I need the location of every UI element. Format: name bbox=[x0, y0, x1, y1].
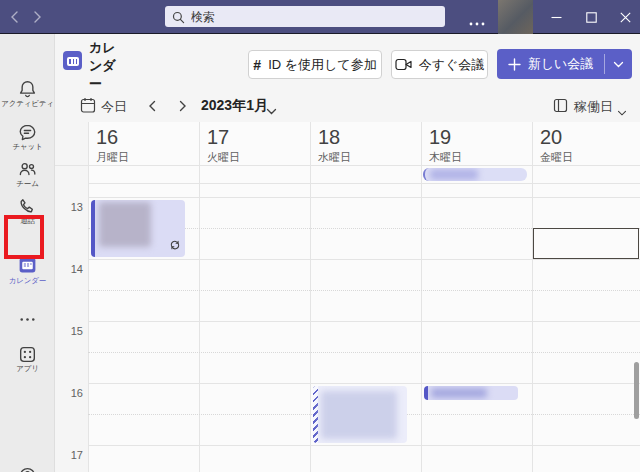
grid-vline bbox=[532, 122, 533, 472]
people-icon[interactable] bbox=[17, 159, 38, 180]
title-bar bbox=[0, 0, 640, 34]
view-icon bbox=[553, 98, 568, 117]
user-avatar[interactable] bbox=[498, 0, 533, 34]
bell-icon[interactable] bbox=[17, 79, 38, 100]
view-chevron-down-icon[interactable] bbox=[617, 103, 627, 121]
today-button[interactable]: 今日 bbox=[101, 98, 127, 116]
hour-label: 13 bbox=[55, 201, 83, 213]
hour-label: 16 bbox=[55, 387, 83, 399]
grid-hline bbox=[88, 183, 640, 184]
grid-halfhour-line bbox=[88, 352, 640, 353]
grid-vline bbox=[88, 122, 89, 472]
plus-icon bbox=[508, 58, 521, 71]
help-icon[interactable] bbox=[17, 465, 38, 472]
period-chevron-down-icon[interactable] bbox=[266, 102, 277, 120]
hour-label: 17 bbox=[55, 449, 83, 461]
sidebar-item-activity[interactable]: アクティビティ bbox=[0, 99, 55, 109]
grid-vline bbox=[310, 122, 311, 472]
meet-now-button[interactable]: 今すぐ会議 bbox=[391, 50, 488, 79]
close-button[interactable] bbox=[615, 8, 635, 26]
hash-icon: # bbox=[253, 57, 261, 73]
ellipsis-icon[interactable] bbox=[17, 309, 38, 330]
calendar-grid bbox=[88, 122, 640, 472]
nav-back-icon[interactable] bbox=[8, 9, 22, 25]
minimize-button[interactable] bbox=[546, 8, 566, 26]
page-title: カレンダー bbox=[89, 39, 123, 93]
grid-hline bbox=[88, 445, 640, 446]
day-header-monday[interactable]: 16 月曜日 bbox=[96, 126, 196, 165]
day-header-friday[interactable]: 20 金曜日 bbox=[540, 126, 640, 165]
hour-label: 15 bbox=[55, 325, 83, 337]
join-with-id-label: ID を使用して参加 bbox=[268, 56, 377, 74]
grid-hline bbox=[88, 197, 640, 198]
calendar-app-icon bbox=[63, 51, 82, 70]
today-icon bbox=[80, 97, 96, 118]
hour-label: 14 bbox=[55, 263, 83, 275]
grid-halfhour-line bbox=[88, 414, 640, 415]
search-icon bbox=[172, 10, 185, 28]
new-meeting-button[interactable]: 新しい会議 bbox=[497, 49, 632, 79]
video-camera-icon bbox=[395, 58, 412, 71]
nav-forward-icon[interactable] bbox=[30, 9, 44, 25]
grid-halfhour-line bbox=[88, 290, 640, 291]
maximize-button[interactable] bbox=[581, 8, 601, 26]
sidebar-item-teams[interactable]: チーム bbox=[0, 179, 55, 189]
grid-hline bbox=[55, 165, 640, 166]
sidebar-item-apps[interactable]: アプリ bbox=[0, 364, 55, 374]
annotation-highlight-box bbox=[4, 215, 44, 259]
grid-vline bbox=[199, 122, 200, 472]
new-meeting-main[interactable]: 新しい会議 bbox=[497, 49, 604, 79]
vertical-scrollbar-thumb[interactable] bbox=[634, 362, 639, 419]
next-week-icon[interactable] bbox=[176, 99, 189, 117]
chat-icon[interactable] bbox=[17, 122, 38, 143]
phone-icon[interactable] bbox=[17, 196, 38, 217]
sidebar-item-chat[interactable]: チャット bbox=[0, 142, 55, 152]
day-header-thursday[interactable]: 19 木曜日 bbox=[429, 126, 529, 165]
meet-now-label: 今すぐ会議 bbox=[419, 56, 485, 74]
titlebar-more-icon[interactable] bbox=[468, 13, 486, 31]
grid-halfhour-line bbox=[88, 228, 640, 229]
join-with-id-button[interactable]: # ID を使用して参加 bbox=[248, 50, 382, 79]
day-header-wednesday[interactable]: 18 水曜日 bbox=[318, 126, 418, 165]
period-selector[interactable]: 2023年1月 bbox=[201, 97, 268, 115]
search-input[interactable] bbox=[165, 6, 445, 27]
grid-hline bbox=[88, 321, 640, 322]
new-meeting-label: 新しい会議 bbox=[528, 55, 594, 73]
grid-vline bbox=[421, 122, 422, 472]
day-header-tuesday[interactable]: 17 火曜日 bbox=[207, 126, 307, 165]
grid-hline bbox=[88, 259, 640, 260]
teams-window: アクティビティ チャット チーム 通話 カレンダー アプリ ヘルプ bbox=[0, 0, 640, 472]
grid-hline bbox=[88, 383, 640, 384]
new-meeting-dropdown[interactable] bbox=[605, 49, 632, 79]
sidebar-item-calendar[interactable]: カレンダー bbox=[0, 276, 55, 286]
apps-icon[interactable] bbox=[17, 344, 38, 365]
view-selector[interactable]: 稼働日 bbox=[574, 98, 613, 116]
prev-week-icon[interactable] bbox=[146, 99, 159, 117]
